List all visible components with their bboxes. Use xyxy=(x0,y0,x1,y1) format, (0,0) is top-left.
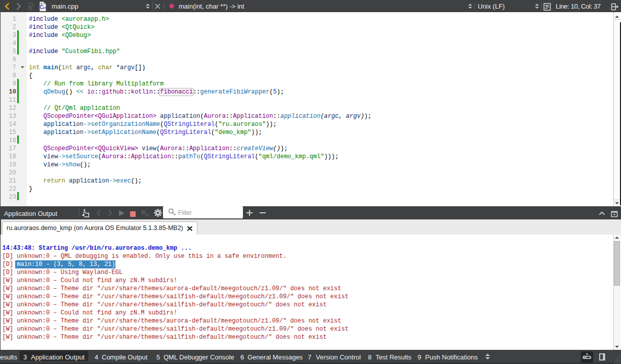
svg-text:C: C xyxy=(40,5,44,10)
